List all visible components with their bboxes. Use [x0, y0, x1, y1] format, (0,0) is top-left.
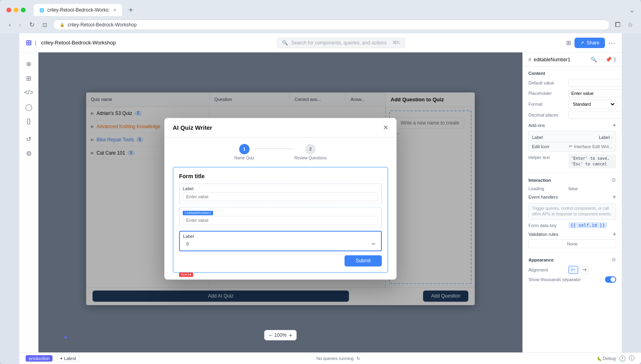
- address-text: criley-Retool-Bedrock-Workshop: [68, 22, 137, 28]
- sidebar-item-data[interactable]: {}: [22, 115, 35, 128]
- debug-button[interactable]: 🐛 Debug: [597, 356, 616, 361]
- address-bar[interactable]: 🔒 criley-Retool-Bedrock-Workshop: [53, 20, 610, 30]
- prop-expand-button[interactable]: ⟫: [613, 56, 616, 62]
- number-input[interactable]: [183, 240, 378, 248]
- layout-button[interactable]: ⊞: [566, 39, 571, 46]
- sidebar-item-code[interactable]: </>: [22, 86, 35, 99]
- prop-helper-text-label: Helper text: [528, 154, 568, 160]
- prop-label-value: Label: [599, 135, 610, 140]
- dot-minimize[interactable]: [14, 8, 18, 12]
- zoom-in-button[interactable]: +: [289, 332, 292, 338]
- prop-default-value-label: Default value: [528, 80, 568, 85]
- browser-tab[interactable]: 🌐 criley-Retool-Bedrock-Works: ✕: [34, 4, 122, 16]
- status-info-button[interactable]: ⓘ: [629, 355, 635, 362]
- dot-maximize[interactable]: [21, 8, 26, 12]
- prop-decimal-input[interactable]: [568, 111, 622, 119]
- prop-helper-text-row: Helper text 'Enter' to save,'Esc' to can…: [528, 154, 616, 169]
- prop-format-select[interactable]: Standard: [568, 100, 616, 109]
- thousands-toggle[interactable]: [605, 276, 616, 283]
- prop-event-placeholder-text: Trigger queries, control components, or …: [532, 206, 612, 216]
- editable-badge-icon: ▪: [185, 211, 186, 215]
- prop-interaction-settings[interactable]: ⚙: [611, 177, 616, 183]
- nav-forward-button[interactable]: ›: [16, 20, 23, 30]
- form-label-3: Label: [183, 234, 378, 239]
- prop-appearance-settings[interactable]: ⚙: [611, 257, 616, 263]
- submit-button[interactable]: Submit: [345, 255, 382, 266]
- step-2-num: 2: [309, 147, 312, 151]
- zoom-out-button[interactable]: −: [268, 332, 272, 338]
- form-field-3: Label ✏: [179, 231, 382, 251]
- prop-addons-header: Add-ons +: [528, 122, 616, 129]
- step-2-label: Review Questions: [294, 156, 327, 160]
- form-field-1: Label: [179, 183, 382, 204]
- prop-form-data-key-value: {{ self.id }}: [568, 222, 607, 228]
- production-badge[interactable]: production: [26, 355, 52, 362]
- star-button[interactable]: ☆: [626, 19, 635, 30]
- prop-placeholder-label: Placeholder: [528, 91, 568, 96]
- prop-alignment-row: Alignment ⊢ ⊣: [528, 266, 616, 274]
- latest-badge[interactable]: ● Latest: [56, 355, 79, 362]
- app-header: ⊞ | criley-Retool-Bedrock-Workshop 🔍 Sea…: [19, 33, 622, 52]
- sidebar: ⊕ ⊞ </> ◯ {} ↺ ⚙: [19, 52, 38, 353]
- prop-more-button[interactable]: ⋯: [599, 56, 604, 62]
- prop-default-value-input[interactable]: [568, 79, 622, 87]
- align-right-button[interactable]: ⊣: [579, 266, 589, 274]
- step-connector: [254, 148, 294, 149]
- prop-addons-add-button[interactable]: +: [613, 122, 616, 129]
- nav-cast-button[interactable]: ⊡: [40, 20, 50, 30]
- search-shortcut: ⌘K: [393, 40, 400, 45]
- sidebar-item-add[interactable]: ⊕: [22, 57, 35, 70]
- prop-appearance-header: Appearance ⚙: [528, 257, 616, 263]
- sidebar-item-components[interactable]: ⊞: [22, 72, 35, 84]
- sidebar-item-search[interactable]: ◯: [22, 101, 35, 113]
- prop-thousands-label: Show thousands separator: [528, 277, 605, 282]
- prop-alignment-buttons: ⊢ ⊣: [568, 266, 589, 274]
- prop-interaction-title: Interaction: [528, 178, 551, 183]
- nav-refresh-button[interactable]: ↻: [27, 19, 37, 30]
- prop-interaction-section: Interaction ⚙ Loading false Event handle…: [523, 173, 622, 253]
- modal-overlay: AI Quiz Writer ✕ 1: [86, 93, 475, 305]
- prop-validation-add[interactable]: +: [613, 231, 616, 238]
- form1-badge: form1●: [179, 272, 193, 277]
- prop-event-placeholder: Trigger queries, control components, or …: [528, 203, 616, 220]
- sidebar-item-history[interactable]: ↺: [22, 133, 35, 145]
- prop-addons-box: Label Label › Edit Icon ✏ Interface Edit…: [528, 131, 616, 152]
- toggle-knob: [611, 277, 615, 282]
- form-title: Form title: [179, 173, 382, 179]
- app-logo-area: ⊞ |: [26, 38, 36, 47]
- form-input-2[interactable]: [183, 216, 378, 225]
- more-options-button[interactable]: ⋯: [608, 38, 615, 47]
- align-left-button[interactable]: ⊢: [568, 266, 578, 274]
- prop-placeholder-input[interactable]: [568, 89, 622, 97]
- header-search[interactable]: 🔍 Search for components, queries, and ac…: [277, 38, 405, 48]
- prop-appearance-title: Appearance: [528, 257, 554, 262]
- prop-search-button[interactable]: 🔍: [591, 56, 597, 62]
- share-button[interactable]: ↗ Share: [574, 38, 605, 48]
- prop-validation-label: Validation rules: [528, 232, 558, 237]
- dot-close[interactable]: [6, 8, 11, 12]
- prop-loading-value: false: [568, 186, 578, 191]
- zoom-controls: − 100% +: [264, 330, 296, 340]
- form-field-2: Label ▪ editableNumber1: [179, 207, 382, 227]
- modal-title: AI Quiz Writer: [173, 124, 212, 131]
- prop-edit-icon-value-area: ✏ Interface Edit Writ...: [569, 144, 613, 149]
- modal-header: AI Quiz Writer ✕: [165, 118, 396, 137]
- browser-dropdown[interactable]: ⌄: [629, 6, 635, 14]
- tab-close-icon[interactable]: ✕: [113, 8, 117, 13]
- status-center-text: No queries running ↻: [84, 356, 593, 361]
- nav-back-button[interactable]: ‹: [6, 20, 13, 30]
- stepper: 1 Name Quiz 2 Revi: [173, 144, 388, 160]
- prop-addons-title: Add-ons: [528, 123, 545, 128]
- bookmark-button[interactable]: ⧠: [613, 20, 623, 30]
- sidebar-item-settings[interactable]: ⚙: [22, 147, 35, 160]
- debug-area: 🐛 Debug 🕐 ⓘ: [597, 355, 635, 362]
- form-input-1[interactable]: [183, 192, 378, 201]
- form-actions: Submit: [179, 255, 382, 266]
- prop-loading-row: Loading false: [528, 186, 616, 191]
- status-clock-button[interactable]: 🕐: [619, 355, 626, 362]
- submit-label: Submit: [356, 258, 371, 263]
- modal-close-button[interactable]: ✕: [383, 124, 388, 131]
- new-tab-button[interactable]: +: [125, 6, 137, 15]
- prop-event-handlers-add[interactable]: +: [613, 193, 616, 201]
- prop-pin-button[interactable]: 📌: [605, 56, 612, 62]
